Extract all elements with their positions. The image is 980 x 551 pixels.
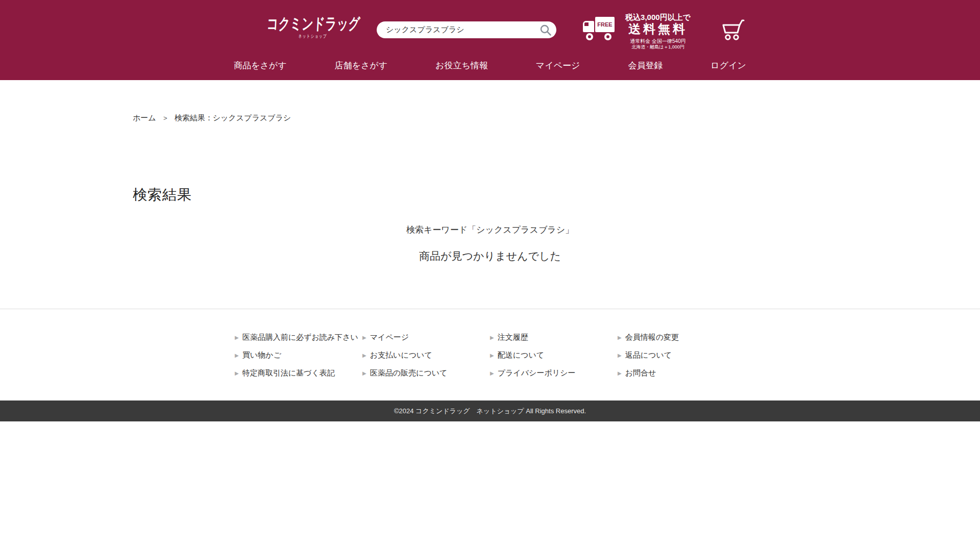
breadcrumb-current: 検索結果：シックスプラスブラシ: [175, 113, 291, 122]
breadcrumb-home[interactable]: ホーム: [133, 113, 156, 122]
footer-link-mypage[interactable]: ▶マイページ: [362, 333, 490, 342]
main-nav: 商品をさがす 店舗をさがす お役立ち情報 マイページ 会員登録 ログイン: [0, 51, 980, 80]
footer-link-delivery[interactable]: ▶配送について: [490, 350, 618, 360]
arrow-icon: ▶: [618, 335, 622, 340]
nav-item-stores[interactable]: 店舗をさがす: [335, 60, 388, 71]
search-icon[interactable]: [539, 23, 552, 37]
nav-item-useful-info[interactable]: お役立ち情報: [435, 60, 488, 71]
footer-column-3: ▶注文履歴 ▶配送について ▶プライバシーポリシー: [490, 333, 618, 378]
shipping-threshold: 税込3,000円以上で: [620, 13, 696, 21]
arrow-icon: ▶: [362, 353, 366, 358]
shipping-remote-fee: 北海道・離島は＋1,000円: [620, 44, 696, 49]
arrow-icon: ▶: [618, 353, 622, 358]
copyright-text: ©2024 コクミンドラッグ ネットショップ All Rights Reserv…: [394, 407, 586, 416]
arrow-icon: ▶: [235, 371, 239, 376]
footer-link-payment[interactable]: ▶お支払いについて: [362, 350, 490, 360]
footer-link-contact[interactable]: ▶お問合せ: [618, 368, 745, 378]
search-keyword-line: 検索キーワード「シックスプラスブラシ」: [133, 224, 847, 236]
arrow-icon: ▶: [362, 335, 366, 340]
search-input[interactable]: [377, 21, 556, 38]
breadcrumb: ホーム > 検索結果：シックスプラスブラシ: [133, 80, 847, 123]
site-logo-title: コクミンドラッグ: [266, 15, 360, 33]
footer-link-drug-sales[interactable]: ▶医薬品の販売について: [362, 368, 490, 378]
nav-item-mypage[interactable]: マイページ: [536, 60, 580, 71]
arrow-icon: ▶: [235, 353, 239, 358]
page-title: 検索結果: [133, 185, 847, 205]
arrow-icon: ▶: [618, 371, 622, 376]
copyright-bar: ©2024 コクミンドラッグ ネットショップ All Rights Reserv…: [0, 400, 980, 421]
shipping-normal-fee: 通常料金 全国一律540円: [620, 38, 696, 44]
nav-item-login[interactable]: ログイン: [710, 60, 746, 71]
free-label: FREE: [595, 17, 615, 32]
no-results-message: 商品が見つかりませんでした: [133, 249, 847, 263]
arrow-icon: ▶: [490, 371, 494, 376]
footer-column-2: ▶マイページ ▶お支払いについて ▶医薬品の販売について: [362, 333, 490, 378]
footer-link-cart[interactable]: ▶買い物かご: [235, 350, 362, 360]
footer-link-privacy-policy[interactable]: ▶プライバシーポリシー: [490, 368, 618, 378]
site-logo-subtitle: ネットショップ: [266, 33, 359, 40]
footer-link-returns[interactable]: ▶返品について: [618, 350, 745, 360]
arrow-icon: ▶: [490, 353, 494, 358]
delivery-truck-icon: FREE: [582, 17, 615, 42]
footer-link-order-history[interactable]: ▶注文履歴: [490, 333, 618, 342]
site-footer: ▶医薬品購入前に必ずお読み下さい ▶買い物かご ▶特定商取引法に基づく表記 ▶マ…: [0, 309, 980, 421]
arrow-icon: ▶: [362, 371, 366, 376]
breadcrumb-separator: >: [163, 114, 167, 122]
footer-link-before-purchase[interactable]: ▶医薬品購入前に必ずお読み下さい: [235, 333, 362, 342]
search-bar: [377, 21, 556, 38]
footer-link-commercial-law[interactable]: ▶特定商取引法に基づく表記: [235, 368, 362, 378]
arrow-icon: ▶: [490, 335, 494, 340]
shipping-free-text: 送料無料: [620, 22, 696, 36]
site-header: コクミンドラッグ ネットショップ FREE 税込3,000円以上で 送料無料: [0, 0, 980, 80]
site-logo[interactable]: コクミンドラッグ ネットショップ: [266, 15, 360, 40]
main-content: ホーム > 検索結果：シックスプラスブラシ 検索結果 検索キーワード「シックスプ…: [133, 80, 847, 309]
free-shipping-banner: FREE 税込3,000円以上で 送料無料 通常料金 全国一律540円 北海道・…: [582, 13, 696, 50]
nav-item-products[interactable]: 商品をさがす: [234, 60, 287, 71]
nav-item-register[interactable]: 会員登録: [628, 60, 663, 71]
footer-link-member-info[interactable]: ▶会員情報の変更: [618, 333, 745, 342]
cart-icon[interactable]: [719, 17, 745, 42]
footer-column-1: ▶医薬品購入前に必ずお読み下さい ▶買い物かご ▶特定商取引法に基づく表記: [235, 333, 362, 378]
footer-column-4: ▶会員情報の変更 ▶返品について ▶お問合せ: [618, 333, 745, 378]
arrow-icon: ▶: [235, 335, 239, 340]
shipping-text: 税込3,000円以上で 送料無料 通常料金 全国一律540円 北海道・離島は＋1…: [620, 13, 696, 50]
